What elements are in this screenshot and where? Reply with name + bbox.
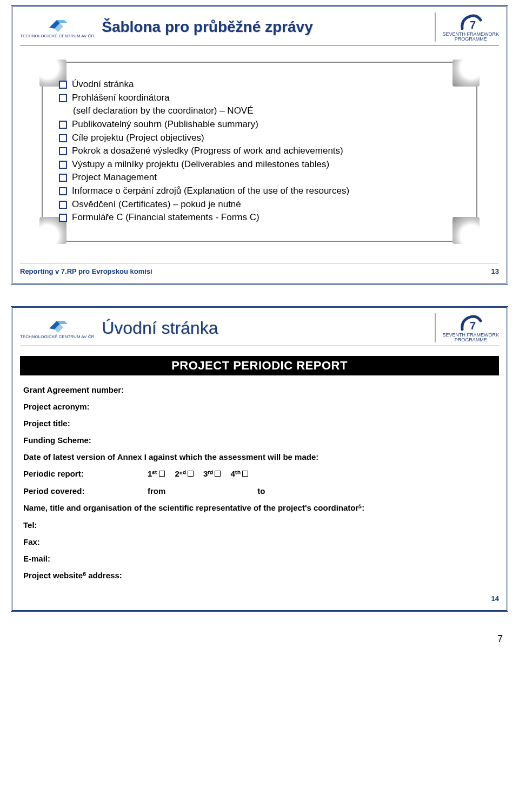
list-item: Publikovatelný souhrn (Publishable summa…: [59, 118, 460, 131]
bullet-text: Cíle projektu (Project objectives): [72, 133, 204, 143]
list-item: Informace o čerpání zdrojů (Explanation …: [59, 184, 460, 198]
field-funding-scheme: Funding Scheme:: [23, 435, 496, 445]
ordinals-group: 1ˢᵗ 2ⁿᵈ 3ʳᵈ 4ᵗʰ: [148, 469, 256, 479]
report-title-bar: PROJECT PERIODIC REPORT: [20, 356, 499, 375]
field-period-covered: Period covered: from to: [23, 486, 496, 496]
label-periodic-report: Periodic report:: [23, 469, 115, 478]
label-to: to: [257, 486, 265, 496]
slide-footer: 14: [20, 591, 499, 603]
tc-logo: TECHNOLOGICKÉ CENTRUM AV ČR: [20, 316, 94, 339]
bullet-list: Úvodní stránka Prohlášení koordinátora: [59, 78, 460, 104]
list-item: Prohlášení koordinátora: [59, 91, 460, 105]
fp7-text-2: PROGRAMME: [455, 338, 487, 342]
list-item: Osvědčení (Certificates) – pokud je nutn…: [59, 198, 460, 212]
document-page-number: 7: [11, 633, 508, 645]
field-coord-name: Name, title and organisation of the scie…: [23, 503, 496, 513]
ordinal-4: 4ᵗʰ: [231, 469, 241, 478]
fp7-text-2: PROGRAMME: [455, 37, 487, 42]
from-to-group: from to: [148, 486, 265, 496]
bullet-scroll-panel: Úvodní stránka Prohlášení koordinátora (…: [42, 62, 477, 242]
bullet-text: Výstupy a milníky projektu (Deliverables…: [72, 159, 329, 169]
footer-left: Reporting v 7.RP pro Evropskou komisi: [20, 267, 152, 275]
checkbox-icon[interactable]: [242, 471, 248, 477]
fp7-logo: 7 SEVENTH FRAMEWORK PROGRAMME: [435, 313, 499, 342]
checkbox-icon[interactable]: [159, 471, 165, 477]
bullet-subtext: (self declaration by the coordinator) – …: [73, 104, 460, 118]
bullet-text: Osvědčení (Certificates) – pokud je nutn…: [72, 199, 241, 209]
field-periodic-report: Periodic report: 1ˢᵗ 2ⁿᵈ 3ʳᵈ 4ᵗʰ: [23, 469, 496, 479]
bullet-text: Prohlášení koordinátora: [72, 93, 170, 103]
form-body: Grant Agreement number: Project acronym:…: [20, 385, 499, 580]
list-item: Cíle projektu (Project objectives): [59, 131, 460, 145]
field-fax: Fax:: [23, 537, 496, 546]
slide-header: TECHNOLOGICKÉ CENTRUM AV ČR Šablona pro …: [20, 12, 499, 45]
slide-title: Úvodní stránka: [102, 318, 427, 338]
bullet-text: Publikovatelný souhrn (Publishable summa…: [72, 119, 258, 129]
ordinal-1: 1ˢᵗ: [148, 469, 157, 478]
list-item: Project Management: [59, 171, 460, 184]
list-item: Formuláře C (Financial statements - Form…: [59, 211, 460, 225]
fp7-logo: 7 SEVENTH FRAMEWORK PROGRAMME: [435, 12, 499, 42]
field-grant-agreement: Grant Agreement number:: [23, 385, 496, 394]
ordinal-3: 3ʳᵈ: [203, 469, 213, 478]
tc-logo-text: TECHNOLOGICKÉ CENTRUM AV ČR: [20, 335, 94, 339]
slide-title: Šablona pro průběžné zprávy: [102, 18, 427, 36]
label-period-covered: Period covered:: [23, 486, 115, 496]
slide-1: TECHNOLOGICKÉ CENTRUM AV ČR Šablona pro …: [11, 5, 508, 285]
bullet-text: Informace o čerpání zdrojů (Explanation …: [72, 186, 349, 196]
checkbox-icon[interactable]: [215, 471, 221, 477]
bullet-text: Formuláře C (Financial statements - Form…: [72, 212, 260, 222]
slide-footer: Reporting v 7.RP pro Evropskou komisi 13: [20, 263, 499, 275]
bullet-text: Pokrok a dosažené výsledky (Progress of …: [72, 146, 343, 156]
field-annex-date: Date of latest version of Annex I agains…: [23, 452, 496, 461]
field-title: Project title:: [23, 419, 496, 428]
svg-text:7: 7: [470, 320, 476, 332]
bullet-list: Publikovatelný souhrn (Publishable summa…: [59, 118, 460, 225]
slide-2: TECHNOLOGICKÉ CENTRUM AV ČR Úvodní strán…: [11, 306, 508, 612]
checkbox-icon[interactable]: [188, 471, 194, 477]
field-tel: Tel:: [23, 520, 496, 530]
bullet-text: Úvodní stránka: [72, 79, 134, 89]
list-item: Výstupy a milníky projektu (Deliverables…: [59, 158, 460, 171]
bullet-text: Project Management: [72, 172, 157, 182]
field-acronym: Project acronym:: [23, 402, 496, 411]
footer-page-number: 14: [491, 595, 499, 603]
label-from: from: [148, 486, 165, 496]
footer-page-number: 13: [491, 267, 499, 275]
tc-logo: TECHNOLOGICKÉ CENTRUM AV ČR: [20, 16, 94, 38]
list-item: Pokrok a dosažené výsledky (Progress of …: [59, 144, 460, 158]
ordinal-2: 2ⁿᵈ: [175, 469, 186, 478]
slide-header: TECHNOLOGICKÉ CENTRUM AV ČR Úvodní strán…: [20, 313, 499, 346]
field-email: E-mail:: [23, 554, 496, 563]
list-item: Úvodní stránka: [59, 78, 460, 91]
tc-logo-text: TECHNOLOGICKÉ CENTRUM AV ČR: [20, 34, 94, 38]
svg-text:7: 7: [470, 19, 476, 31]
field-website: Project website⁶ address:: [23, 571, 496, 580]
